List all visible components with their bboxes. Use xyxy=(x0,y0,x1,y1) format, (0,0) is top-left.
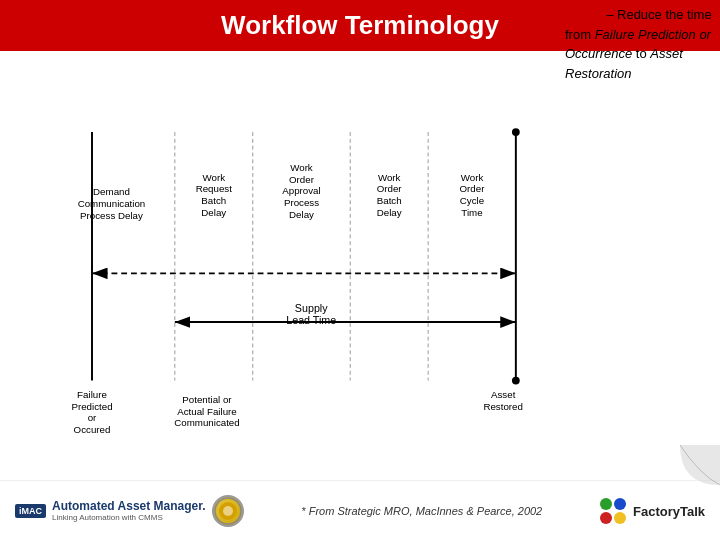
svg-text:Restored: Restored xyxy=(483,401,522,412)
svg-text:Cycle: Cycle xyxy=(460,195,484,206)
ft-circle-blue xyxy=(614,498,626,510)
ft-circle-yellow xyxy=(614,512,626,524)
ft-circle-green xyxy=(600,498,612,510)
svg-text:Demand: Demand xyxy=(93,186,130,197)
svg-text:Time: Time xyxy=(461,207,482,218)
svg-text:Process: Process xyxy=(284,197,319,208)
svg-text:Request: Request xyxy=(196,183,233,194)
svg-text:Order: Order xyxy=(377,183,403,194)
svg-text:Occured: Occured xyxy=(74,424,111,435)
goal-text: GOAL – Reduce the time from Failure Pred… xyxy=(565,5,715,83)
content-area: Supply Lead Time Demand Communication Pr… xyxy=(0,51,720,443)
page-title: Workflow Terminology xyxy=(221,10,499,40)
workflow-diagram: Supply Lead Time Demand Communication Pr… xyxy=(12,59,552,439)
svg-text:Work: Work xyxy=(378,172,401,183)
svg-point-45 xyxy=(223,506,233,516)
svg-text:Actual Failure: Actual Failure xyxy=(177,406,237,417)
svg-text:Failure: Failure xyxy=(77,389,107,400)
svg-text:Delay: Delay xyxy=(289,209,314,220)
page-curl xyxy=(660,435,720,485)
svg-text:Order: Order xyxy=(289,174,315,185)
citation-prefix: * From xyxy=(301,505,337,517)
citation-suffix: , MacInnes & Pearce, 2002 xyxy=(410,505,543,517)
svg-text:Delay: Delay xyxy=(377,207,402,218)
svg-text:Process Delay: Process Delay xyxy=(80,210,143,221)
diagram-container: Supply Lead Time Demand Communication Pr… xyxy=(12,59,708,443)
svg-text:or: or xyxy=(88,412,97,423)
footer-citation: * From Strategic MRO, MacInnes & Pearce,… xyxy=(244,505,600,517)
svg-text:Work: Work xyxy=(203,172,226,183)
svg-text:Work: Work xyxy=(461,172,484,183)
svg-text:Delay: Delay xyxy=(201,207,226,218)
svg-text:Communication: Communication xyxy=(78,198,146,209)
footer-circle-emblem xyxy=(212,495,244,527)
goal-box: GOAL – Reduce the time from Failure Pred… xyxy=(560,0,720,88)
svg-text:Order: Order xyxy=(460,183,486,194)
svg-text:Approval: Approval xyxy=(282,185,320,196)
svg-text:Lead Time: Lead Time xyxy=(286,314,336,326)
svg-point-42 xyxy=(512,377,520,385)
svg-text:Predicted: Predicted xyxy=(71,401,112,412)
ft-circle-red xyxy=(600,512,612,524)
svg-text:Communicated: Communicated xyxy=(174,417,239,428)
svg-text:Asset: Asset xyxy=(491,389,516,400)
svg-point-41 xyxy=(512,128,520,136)
svg-text:Potential or: Potential or xyxy=(182,394,232,405)
citation-italic: Strategic MRO xyxy=(337,505,409,517)
footer: iMAC Automated Asset Manager. Linking Au… xyxy=(0,480,720,540)
ft-text: FactoryTalk xyxy=(633,502,705,520)
svg-text:Batch: Batch xyxy=(377,195,402,206)
factory-talk-logo: FactoryTalk xyxy=(600,498,705,524)
aam-main-text: Automated Asset Manager. xyxy=(52,499,206,513)
svg-text:Supply: Supply xyxy=(295,302,328,314)
aam-sub-text: Linking Automation with CMMS xyxy=(52,513,206,522)
svg-text:Work: Work xyxy=(290,162,313,173)
goal-label: GOAL xyxy=(565,7,603,22)
svg-text:Batch: Batch xyxy=(201,195,226,206)
footer-left: iMAC Automated Asset Manager. Linking Au… xyxy=(15,495,244,527)
aam-logo: Automated Asset Manager. Linking Automat… xyxy=(52,499,206,522)
imac-badge: iMAC xyxy=(15,504,46,518)
